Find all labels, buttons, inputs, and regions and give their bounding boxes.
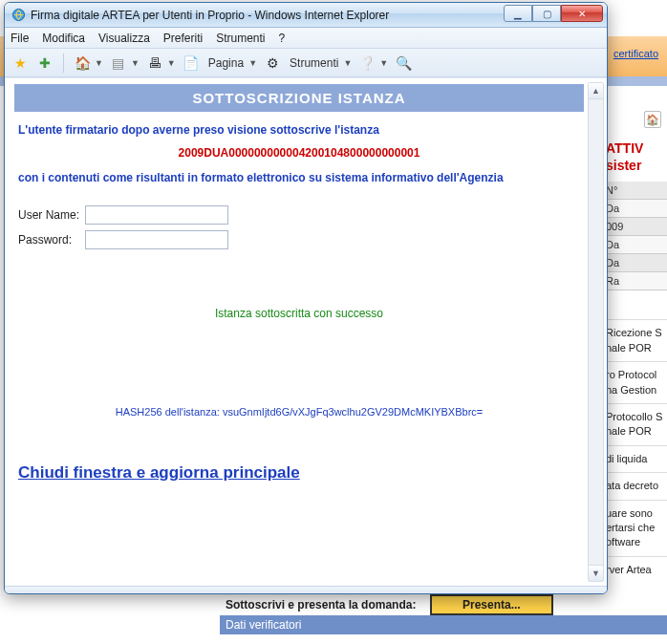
dropdown-arrow-icon[interactable]: ▼ [379, 58, 388, 68]
gear-icon[interactable]: ⚙ [263, 54, 282, 73]
print-icon[interactable]: 🖶 [145, 54, 164, 73]
dati-verificatori-row: Dati verificatori [220, 615, 667, 634]
menu-help[interactable]: ? [279, 32, 286, 45]
window-buttons: ▁ ▢ ✕ [504, 5, 603, 22]
background-table: N° Da 009 Da Da Ra [604, 182, 667, 290]
menu-favorites[interactable]: Preferiti [163, 32, 203, 45]
menu-edit[interactable]: Modifica [42, 32, 85, 45]
username-row: User Name: [18, 205, 580, 225]
menu-file[interactable]: File [11, 32, 29, 45]
close-and-refresh-link[interactable]: Chiudi finestra e aggiorna principale [18, 463, 580, 483]
feeds-icon[interactable]: ▤ [109, 54, 128, 73]
table-row: Da [604, 200, 667, 218]
intro-line-2: con i contenuti come risultanti in forma… [18, 169, 580, 186]
browser-viewport: SOTTOSCRIZIONE ISTANZA L'utente firmatar… [5, 77, 607, 586]
hash-text: HASH256 dell'istanza: vsuGnmIjtd6G/vXJgF… [18, 406, 580, 418]
vertical-scrollbar[interactable]: ▲ ▼ [588, 82, 604, 582]
table-row: Da [604, 236, 667, 254]
toolbar-separator [63, 54, 64, 73]
background-note: Ricezione S nale POR [604, 319, 667, 361]
background-bottom: Sottoscrivi e presenta la domanda: Prese… [220, 594, 667, 634]
scroll-down-button[interactable]: ▼ [589, 565, 603, 581]
submit-row-label: Sottoscrivi e presenta la domanda: Prese… [220, 594, 667, 615]
dropdown-arrow-icon[interactable]: ▼ [248, 58, 257, 68]
scroll-up-button[interactable]: ▲ [589, 83, 603, 99]
status-bar [5, 586, 607, 593]
username-input[interactable] [85, 205, 228, 225]
table-row: 009 [604, 218, 667, 236]
table-row: N° [604, 182, 667, 200]
help-icon[interactable]: ❔ [357, 54, 377, 73]
background-note: Protocollo S nale POR [604, 403, 667, 445]
certificato-link[interactable]: certificato [613, 48, 658, 59]
toolbar-tools-label[interactable]: Strumenti [290, 56, 338, 70]
menu-tools[interactable]: Strumenti [216, 32, 265, 45]
toolbar-page-label[interactable]: Pagina [208, 56, 244, 70]
home-icon[interactable]: 🏠 [644, 111, 661, 128]
add-favorite-icon[interactable]: ✚ [35, 54, 54, 73]
minimize-button[interactable]: ▁ [504, 5, 532, 22]
close-button[interactable]: ✕ [561, 5, 603, 22]
username-label: User Name: [18, 208, 85, 222]
background-note: ata decreto [604, 472, 667, 499]
instance-code: 2009DUA000000000004200104800000000001 [18, 146, 580, 160]
presenta-button[interactable]: Presenta... [430, 594, 553, 615]
password-label: Password: [18, 233, 85, 247]
intro-line-1: L'utente firmatario dopo averne preso vi… [18, 121, 580, 139]
background-right-panel: 🏠 ATTIV sister N° Da 009 Da Da Ra Ricezi… [604, 105, 667, 644]
window-titlebar[interactable]: Firma digitale ARTEA per Utenti in Propr… [5, 3, 607, 28]
ie-icon [11, 8, 26, 23]
menubar: File Modifica Visualizza Preferiti Strum… [5, 28, 607, 49]
background-note: di liquida [604, 445, 667, 472]
table-row: Ra [604, 272, 667, 290]
page-icon[interactable]: 📄 [182, 54, 201, 73]
dropdown-arrow-icon[interactable]: ▼ [167, 58, 176, 68]
password-row: Password: [18, 230, 580, 249]
background-note: rver Artea [604, 556, 667, 583]
home-icon[interactable]: 🏠 [73, 54, 92, 73]
favorites-star-icon[interactable]: ★ [11, 54, 30, 73]
dropdown-arrow-icon[interactable]: ▼ [131, 58, 140, 68]
dropdown-arrow-icon[interactable]: ▼ [343, 58, 352, 68]
background-note: uare sono ertarsi che oftware [604, 500, 667, 556]
menu-view[interactable]: Visualizza [98, 32, 150, 45]
table-row: Da [604, 254, 667, 272]
toolbar: ★ ✚ 🏠▼ ▤▼ 🖶▼ 📄 Pagina▼ ⚙ Strumenti▼ ❔▼ 🔍 [5, 49, 607, 77]
window-title: Firma digitale ARTEA per Utenti in Propr… [31, 9, 389, 22]
research-icon[interactable]: 🔍 [394, 54, 413, 73]
page-banner: SOTTOSCRIZIONE ISTANZA [14, 84, 584, 112]
password-input[interactable] [85, 230, 228, 249]
dropdown-arrow-icon[interactable]: ▼ [95, 58, 103, 68]
background-note: ro Protocol na Gestion [604, 361, 667, 403]
maximize-button[interactable]: ▢ [532, 5, 561, 22]
success-message: Istanza sottoscritta con successo [18, 307, 580, 320]
ie-window: Firma digitale ARTEA per Utenti in Propr… [4, 2, 608, 594]
